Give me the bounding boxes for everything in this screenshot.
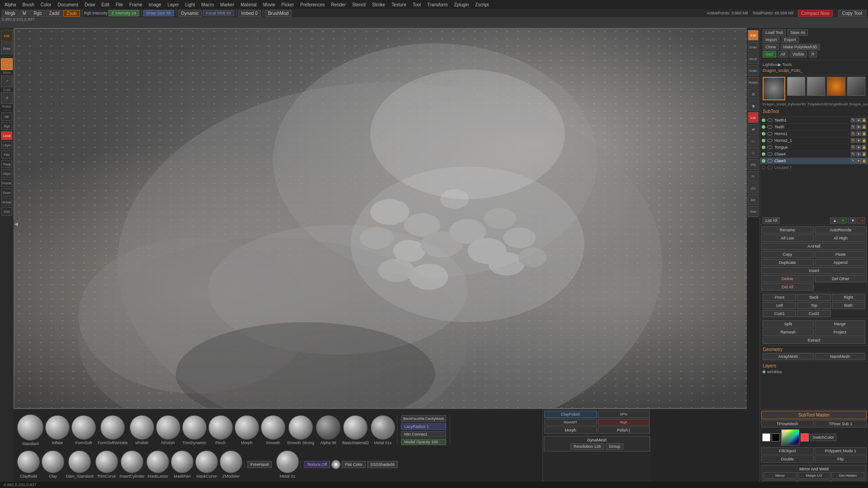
right-icon-edit[interactable]: Edit — [748, 30, 759, 41]
subtool-item-teeth[interactable]: Teeth ✎ 👁 🔒 — [760, 124, 868, 131]
make-polymesh-button[interactable]: Make PolyMesh3D — [781, 44, 821, 50]
subtool-master-btn[interactable]: SubTool Master — [761, 411, 867, 419]
tool-rotate[interactable]: ↺ — [1, 92, 13, 104]
object-btn[interactable]: Objec — [1, 169, 12, 178]
brush-maskcurve[interactable]: MaskCurve — [195, 450, 218, 479]
filter-btn[interactable]: Filte — [1, 150, 12, 159]
subtool-item-teeth1[interactable]: Teeth1 ✎ 👁 🔒 — [760, 117, 868, 124]
subtool-header[interactable]: SubTool — [763, 109, 865, 114]
z-intensity-control[interactable]: Z Intensity 24 — [108, 10, 139, 16]
menu-file[interactable]: File — [113, 1, 126, 8]
tool-thumb-cylinder[interactable] — [787, 77, 805, 96]
left-view-button[interactable]: Left — [763, 302, 796, 309]
subtool-edit-horns2[interactable]: ✎ — [851, 138, 855, 143]
goz-button[interactable]: GoZ — [763, 51, 776, 57]
export-button[interactable]: Export — [782, 37, 799, 43]
menu-draw[interactable]: Draw — [82, 1, 98, 8]
local-btn[interactable]: Local — [1, 131, 12, 140]
brush-zmodeler[interactable]: ZModeler — [220, 450, 242, 479]
subtool-eye2-tongue[interactable]: 👁 — [856, 145, 861, 150]
color-dot[interactable] — [331, 460, 340, 469]
tool-scale[interactable]: ⤢ — [1, 75, 13, 87]
subtool-edit-teeth[interactable]: ✎ — [851, 125, 855, 129]
back-view-button[interactable]: Back — [797, 294, 830, 301]
zoom-btn[interactable]: Zoom — [1, 188, 12, 197]
clone-button[interactable]: Clone — [763, 44, 779, 50]
subtool-item-claw4[interactable]: Claw4 ✎ 👁 🔒 — [760, 151, 868, 158]
append-button[interactable]: Append — [815, 259, 867, 266]
menu-edit[interactable]: Edit — [99, 1, 112, 8]
brush-spolish[interactable]: sPolish — [130, 415, 154, 445]
sss-btn[interactable]: SSSShaded4 — [367, 461, 398, 468]
tool-thumb-dragon[interactable] — [763, 77, 785, 100]
insert-button[interactable]: Insert — [761, 267, 867, 274]
layers-header[interactable]: Layers — [763, 363, 865, 368]
subtool-lock-claw4[interactable]: 🔒 — [862, 152, 866, 156]
menu-stroke[interactable]: Stroke — [369, 1, 388, 8]
resolution-btn[interactable]: Resolution 128 — [571, 443, 604, 450]
del-other-button[interactable]: Del Other — [815, 275, 867, 282]
solo-btn[interactable]: Solo — [1, 207, 12, 216]
brush-pinch[interactable]: Pinch — [208, 415, 233, 445]
cust2-button[interactable]: Cust2 — [797, 310, 830, 317]
brush-dam-standard[interactable]: Dam_Standard — [66, 450, 94, 479]
subtool-eye2-claw4[interactable]: 👁 — [856, 152, 861, 156]
duplicate-button[interactable]: Duplicate — [761, 259, 814, 266]
ne-fill[interactable]: NE — [1, 113, 12, 121]
tool-thumb-dragon2[interactable] — [847, 77, 865, 96]
brush-basicmat[interactable]: BasicMaterial2 — [342, 415, 369, 445]
brush-metal01c[interactable]: Metal 01c — [371, 415, 395, 445]
brush-smooth-strong[interactable]: Smooth Strong — [287, 415, 314, 445]
extract-button[interactable]: Extract — [763, 337, 865, 344]
top-view-button[interactable]: Top — [797, 302, 830, 309]
subtool-list[interactable]: Teeth1 ✎ 👁 🔒 Teeth ✎ 👁 🔒 Horns1 ✎ � — [760, 117, 868, 216]
menu-document[interactable]: Document — [55, 1, 81, 8]
morph-uv-btn[interactable]: Morph UV — [797, 472, 830, 479]
all-low-button[interactable]: All Low — [761, 235, 814, 242]
menu-render[interactable]: Render — [328, 1, 349, 8]
right-icon-floor[interactable]: ▭ — [748, 136, 759, 146]
frame-btn[interactable]: Frame — [1, 179, 12, 187]
brush-trimdynamic[interactable]: TrimDynamic — [182, 415, 207, 445]
flat-color-btn[interactable]: Flat Color — [342, 461, 366, 468]
paste-button[interactable]: Paste — [815, 251, 867, 258]
subtool-eye2-horns1[interactable]: 👁 — [856, 131, 861, 136]
color-white-swatch[interactable] — [762, 433, 770, 441]
brush-clay[interactable]: Clay — [42, 450, 64, 479]
subtool-remove-button[interactable]: → — [857, 217, 865, 224]
high-btn[interactable]: High — [598, 419, 650, 426]
load-tool-button[interactable]: Load Tool — [763, 29, 786, 36]
remesh-button[interactable]: Remesh — [763, 328, 814, 336]
model-opacity-btn[interactable]: Model Opacity 100 — [401, 439, 446, 445]
brush-smooth[interactable]: Smooth — [261, 415, 285, 445]
project-button[interactable]: Project — [815, 328, 866, 336]
subtool-eye2-teeth1[interactable]: 👁 — [856, 118, 861, 122]
right-icon-local2[interactable]: Loc — [748, 112, 759, 123]
subtool-lock-teeth[interactable]: 🔒 — [862, 125, 866, 129]
layer-item-1[interactable]: wrinkles — [763, 369, 865, 375]
right-icon-persp[interactable]: ◇ — [748, 147, 759, 158]
toolbar-zsub[interactable]: Zsub — [63, 10, 80, 17]
menu-tool[interactable]: Tool — [410, 1, 424, 8]
subtool-edit-claw3[interactable]: ✎ — [851, 159, 855, 163]
brush-claybuild[interactable]: ClayBuild — [17, 450, 40, 479]
draw-size-control[interactable]: Draw Size 58 — [143, 10, 174, 16]
menu-light[interactable]: Light — [183, 1, 198, 8]
both-view-button[interactable]: Both — [832, 302, 865, 309]
textura-off-btn[interactable]: Textura Off — [304, 461, 330, 468]
backface-mask-btn[interactable]: BackFaceMa CavityMask — [401, 415, 446, 422]
nano-mesh-button[interactable]: NanoMesh — [815, 353, 866, 360]
subtool-edit-claw4[interactable]: ✎ — [851, 152, 855, 156]
toolbar-m[interactable]: M — [19, 10, 29, 17]
brush-maskpen[interactable]: MaskPen — [171, 450, 193, 479]
brush-trimcurve[interactable]: TrimCurve — [95, 450, 118, 479]
subtool-item-tongue[interactable]: Tongue ✎ 👁 🔒 — [760, 144, 868, 151]
subtool-edit-tongue[interactable]: ✎ — [851, 145, 855, 150]
subtool-lock-horns2[interactable]: 🔒 — [862, 138, 866, 143]
focal-shift-control[interactable]: Focal Shift 29 — [203, 10, 234, 16]
tool-thumb-single[interactable] — [827, 77, 845, 96]
right-icon-scale2[interactable]: Scale — [748, 65, 759, 76]
brush-formsoftwrinkle[interactable]: FormSoftWrinkle — [98, 415, 128, 445]
all-button[interactable]: All — [778, 51, 788, 57]
menu-macro[interactable]: Macro — [198, 1, 217, 8]
